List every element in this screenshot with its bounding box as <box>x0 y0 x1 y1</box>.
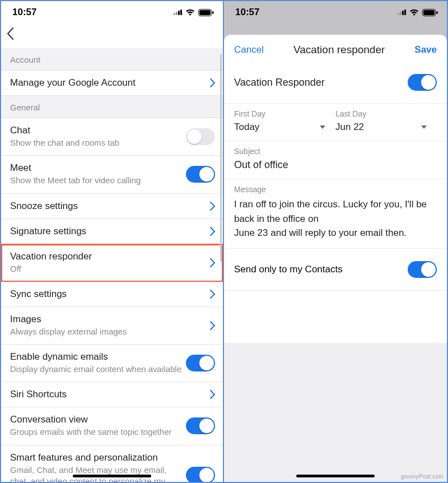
meet-toggle[interactable] <box>186 166 215 183</box>
last-day-label: Last Day <box>335 109 437 118</box>
cell-signal-icon <box>174 10 182 15</box>
dynamic-emails-toggle[interactable] <box>186 355 215 371</box>
conversation-view-row[interactable]: Conversation view Groups emails with the… <box>1 407 223 445</box>
svg-rect-5 <box>436 11 438 14</box>
send-only-contacts-toggle[interactable] <box>408 261 437 278</box>
row-title: Chat <box>10 125 186 136</box>
save-button[interactable]: Save <box>414 44 437 55</box>
message-field[interactable]: Message I ran off to join the circus. Lu… <box>224 179 447 249</box>
scroll-indicator[interactable] <box>220 54 222 261</box>
sheet-title: Vacation responder <box>293 44 385 56</box>
row-subtitle: Show the Meet tab for video calling <box>10 175 186 186</box>
row-title: Sync settings <box>10 289 210 300</box>
row-title: Manage your Google Account <box>10 77 210 89</box>
vacation-responder-pane: 10:57 Cancel Vacation responder Save Vac… <box>224 1 447 482</box>
cell-signal-icon <box>398 10 406 15</box>
last-day-value: Jun 22 <box>335 122 364 133</box>
first-day-value: Today <box>234 122 259 133</box>
row-title: Smart features and personalization <box>10 452 186 463</box>
row-subtitle: Groups emails with the same topic togeth… <box>10 426 186 438</box>
sheet-empty-area <box>224 343 447 482</box>
siri-shortcuts-row[interactable]: Siri Shortcuts <box>1 382 223 407</box>
first-day-label: First Day <box>234 109 335 118</box>
vacation-responder-toggle-row: Vacation Responder <box>224 64 447 104</box>
dropdown-icon <box>320 126 325 129</box>
svg-rect-2 <box>212 11 214 14</box>
cancel-button[interactable]: Cancel <box>234 44 264 55</box>
images-row[interactable]: Images Always display external images <box>1 307 223 345</box>
svg-rect-1 <box>199 10 211 15</box>
chevron-right-icon <box>210 78 215 87</box>
row-title: Enable dynamic emails <box>10 351 186 363</box>
status-icons <box>174 9 214 16</box>
chevron-right-icon <box>210 321 215 330</box>
vacation-responder-label: Vacation Responder <box>234 77 325 89</box>
row-title: Conversation view <box>10 414 186 425</box>
send-only-contacts-row: Send only to my Contacts <box>224 249 447 291</box>
vacation-responder-toggle[interactable] <box>408 74 437 91</box>
conversation-view-toggle[interactable] <box>186 417 215 434</box>
dropdown-icon <box>421 126 427 129</box>
status-time: 10:57 <box>235 7 259 18</box>
status-bar: 10:57 <box>1 1 223 22</box>
chevron-right-icon <box>210 202 215 211</box>
section-general: General <box>1 96 223 118</box>
message-value: I ran off to join the circus. Lucky for … <box>234 197 437 240</box>
row-title: Images <box>10 314 210 325</box>
row-subtitle: Display dynamic email content when avail… <box>10 364 186 375</box>
chat-toggle[interactable] <box>186 128 215 145</box>
status-time: 10:57 <box>12 7 36 18</box>
manage-google-account-row[interactable]: Manage your Google Account <box>1 71 223 96</box>
row-subtitle: Gmail, Chat, and Meet may use my email, … <box>10 465 186 482</box>
vacation-responder-row[interactable]: Vacation responder Off <box>1 244 223 282</box>
row-title: Siri Shortcuts <box>10 389 210 400</box>
settings-pane: 10:57 Account Manage your Google Account… <box>1 1 224 482</box>
status-bar: 10:57 <box>224 1 447 22</box>
subject-label: Subject <box>234 147 437 156</box>
row-title: Snooze settings <box>10 201 210 212</box>
wifi-icon <box>185 9 195 16</box>
back-button[interactable] <box>1 22 223 48</box>
sheet-header: Cancel Vacation responder Save <box>224 35 447 64</box>
svg-rect-4 <box>423 10 435 15</box>
watermark: groovyPost.com <box>401 473 444 480</box>
sync-settings-row[interactable]: Sync settings <box>1 282 223 307</box>
section-account: Account <box>1 48 223 71</box>
wifi-icon <box>409 9 419 16</box>
row-title: Meet <box>10 162 186 174</box>
date-range-row: First Day Today Last Day Jun 22 <box>224 104 447 141</box>
chevron-right-icon <box>210 227 215 236</box>
battery-icon <box>422 9 438 16</box>
sheet: Cancel Vacation responder Save Vacation … <box>224 35 447 482</box>
row-title: Vacation responder <box>10 251 210 262</box>
chevron-right-icon <box>210 290 215 299</box>
send-only-contacts-label: Send only to my Contacts <box>234 264 343 275</box>
first-day-picker[interactable]: First Day Today <box>234 109 335 133</box>
chevron-right-icon <box>210 390 215 399</box>
snooze-settings-row[interactable]: Snooze settings <box>1 194 223 219</box>
status-icons <box>398 9 438 16</box>
message-label: Message <box>234 185 437 194</box>
chat-row[interactable]: Chat Show the chat and rooms tab <box>1 118 223 156</box>
battery-icon <box>198 9 214 16</box>
row-subtitle: Off <box>10 263 210 275</box>
meet-row[interactable]: Meet Show the Meet tab for video calling <box>1 156 223 193</box>
dynamic-emails-row[interactable]: Enable dynamic emails Display dynamic em… <box>1 345 223 382</box>
chevron-right-icon <box>210 258 215 267</box>
home-indicator[interactable] <box>296 475 375 477</box>
home-indicator[interactable] <box>73 475 151 477</box>
row-title: Signature settings <box>10 226 210 237</box>
screenshot-pair: 10:57 Account Manage your Google Account… <box>0 0 448 483</box>
last-day-picker[interactable]: Last Day Jun 22 <box>335 109 437 133</box>
smart-features-toggle[interactable] <box>186 467 215 482</box>
subject-field[interactable]: Subject Out of office <box>224 141 447 179</box>
row-subtitle: Show the chat and rooms tab <box>10 137 186 148</box>
row-subtitle: Always display external images <box>10 326 210 337</box>
signature-settings-row[interactable]: Signature settings <box>1 219 223 244</box>
subject-value: Out of office <box>234 159 437 171</box>
